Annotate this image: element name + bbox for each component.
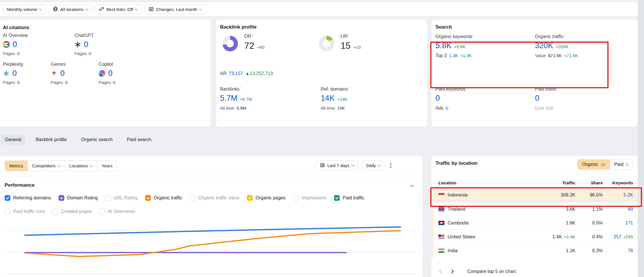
tab-paid-search[interactable]: Paid search bbox=[123, 134, 155, 145]
paid-toggle-button[interactable]: Paid0 bbox=[610, 160, 633, 169]
organic-toggle-button[interactable]: Organic90 bbox=[578, 160, 610, 169]
ads-label: Ads bbox=[435, 106, 444, 111]
previous-page-chevron-icon[interactable] bbox=[438, 269, 442, 274]
pages-count-link[interactable]: 0 bbox=[65, 80, 67, 85]
ai-citations-count-link[interactable]: 0 bbox=[13, 41, 17, 48]
metric-checkbox-paid-traffic-cost[interactable]: Paid traffic cost bbox=[5, 209, 45, 214]
metric-checkbox-label: Referring domains bbox=[13, 195, 51, 201]
report-tabs: General Backlink profile Organic search … bbox=[1, 134, 155, 145]
monthly-volume-filter-button[interactable]: Monthly volume bbox=[3, 4, 46, 14]
best-links-filter-label: Best links: Off bbox=[106, 7, 133, 12]
ai-citations-count-link[interactable]: 0 bbox=[84, 41, 88, 48]
unchecked-checkbox-icon[interactable] bbox=[52, 209, 58, 214]
metric-checkbox-domain-rating[interactable]: Domain Rating bbox=[59, 195, 98, 201]
top3-value-link[interactable]: 1.3K bbox=[449, 53, 458, 58]
info-icon bbox=[466, 86, 467, 89]
gemini-icon bbox=[51, 70, 57, 77]
tab-general[interactable]: General bbox=[1, 134, 25, 145]
paid-keywords-value-link[interactable]: 0 bbox=[435, 94, 440, 102]
collapse-chevron-up-icon[interactable] bbox=[410, 184, 415, 189]
unchecked-checkbox-icon[interactable] bbox=[293, 195, 299, 201]
ref-domains-value-link[interactable]: 14K bbox=[321, 94, 335, 102]
pages-count-link[interactable]: 0 bbox=[113, 80, 115, 85]
backlinks-value-link[interactable]: 5.7M bbox=[220, 94, 237, 102]
tab-organic-search[interactable]: Organic search bbox=[78, 134, 117, 145]
pages-label: Pages bbox=[99, 80, 111, 85]
changes-filter-button[interactable]: Changes: Last month bbox=[144, 4, 206, 14]
unchecked-checkbox-icon[interactable] bbox=[5, 209, 10, 214]
metric-checkbox-organic-traffic[interactable]: Organic traffic bbox=[145, 195, 182, 201]
metric-checkbox-impressions[interactable]: Impressions bbox=[293, 195, 326, 201]
keywords-link[interactable]: 76 bbox=[628, 248, 633, 253]
pages-count-link[interactable]: 0 bbox=[17, 51, 20, 56]
unchecked-checkbox-icon[interactable] bbox=[190, 195, 196, 201]
metric-checkbox-crawled-pages[interactable]: Crawled pages bbox=[52, 209, 92, 214]
info-icon bbox=[349, 33, 349, 36]
pages-count-link[interactable]: 0 bbox=[17, 80, 20, 85]
share-value: 1.1% bbox=[575, 207, 603, 212]
ai-citations-count-link[interactable]: 0 bbox=[60, 70, 65, 77]
info-icon bbox=[241, 86, 241, 89]
ai-citations-count-link[interactable]: 0 bbox=[108, 70, 112, 77]
checked-checkbox-icon[interactable] bbox=[5, 195, 10, 201]
granularity-button[interactable]: Daily bbox=[362, 160, 384, 170]
performance-panel: Metrics Competitors Locations Years Last… bbox=[0, 156, 423, 277]
metrics-segment[interactable]: Metrics bbox=[5, 161, 27, 171]
traffic-value: 1.1K bbox=[566, 248, 575, 253]
metric-checkbox-paid-traffic[interactable]: Paid traffic bbox=[334, 195, 364, 201]
column-traffic: Traffic bbox=[538, 180, 575, 185]
ar-value-link[interactable]: 73,157 bbox=[229, 71, 243, 76]
unchecked-checkbox-icon[interactable] bbox=[105, 195, 111, 201]
chevron-down-icon bbox=[58, 164, 61, 167]
more-options-kebab-icon[interactable] bbox=[388, 161, 393, 170]
tab-backlink-profile[interactable]: Backlink profile bbox=[32, 134, 71, 145]
ur-label: UR bbox=[341, 33, 361, 39]
location-row-thailand[interactable]: Thailand 3.6K 1.1% 69 bbox=[431, 202, 638, 216]
backlink-profile-panel: Backlink profile DR 72+60 AR 73,157 ▲13,… bbox=[216, 20, 427, 127]
location-name: United States bbox=[448, 234, 475, 239]
location-row-united-states[interactable]: United States 1.4K+1.4K 0.4% 257+255 bbox=[431, 230, 638, 244]
keywords-link[interactable]: 69 bbox=[628, 207, 633, 212]
locations-filter-button[interactable]: All locations bbox=[49, 4, 92, 14]
checked-checkbox-icon[interactable] bbox=[145, 195, 151, 201]
top3-label: Top 3 bbox=[435, 53, 447, 58]
organic-keywords-value-link[interactable]: 5.8K bbox=[435, 42, 452, 50]
location-row-indonesia[interactable]: Indonesia 309.2K 96.5% 5.2K bbox=[431, 188, 638, 202]
divider bbox=[431, 174, 638, 174]
ads-value-link[interactable]: 0 bbox=[446, 106, 448, 111]
best-links-filter-button[interactable]: Best links: Off bbox=[95, 4, 142, 14]
location-row-cambodia[interactable]: Cambodia 1.6K 0.5% 171 bbox=[431, 216, 638, 230]
date-range-button[interactable]: Last 7 days bbox=[316, 160, 358, 170]
compare-top5-button[interactable]: Compare top 5 on chart bbox=[467, 269, 516, 274]
page-scrollbar[interactable] bbox=[638, 0, 644, 277]
metric-checkbox-organic-traffic-value[interactable]: Organic traffic value bbox=[190, 195, 239, 201]
cost-value: N/A bbox=[546, 106, 553, 111]
checked-checkbox-icon[interactable] bbox=[247, 195, 253, 201]
alltime-value: 5.9M bbox=[236, 106, 246, 111]
paid-traffic-value-link[interactable]: 0 bbox=[535, 94, 539, 102]
checked-checkbox-icon[interactable] bbox=[334, 195, 340, 201]
unchecked-checkbox-icon[interactable] bbox=[99, 209, 105, 214]
organic-count: 90 bbox=[601, 162, 606, 167]
metric-checkbox-label: Paid traffic cost bbox=[13, 209, 45, 214]
keywords-link[interactable]: 257 bbox=[614, 234, 622, 239]
locations-segment[interactable]: Locations bbox=[65, 161, 97, 171]
organic-traffic-value-link[interactable]: 320K bbox=[535, 42, 553, 50]
ai-citations-count-link[interactable]: 0 bbox=[12, 70, 17, 77]
keywords-link[interactable]: 171 bbox=[625, 220, 633, 226]
years-segment[interactable]: Years bbox=[97, 161, 117, 171]
metric-checkbox-ai-overviews[interactable]: AI Overviews bbox=[99, 209, 135, 214]
checked-checkbox-icon[interactable] bbox=[59, 195, 64, 201]
location-row-india[interactable]: India 1.1K 0.3% 76 bbox=[431, 244, 638, 257]
traffic-value: 1.6K bbox=[566, 220, 575, 226]
url-rating-gauge bbox=[319, 36, 334, 51]
next-page-chevron-icon[interactable] bbox=[450, 269, 455, 274]
metric-checkbox-url-rating[interactable]: URL Rating bbox=[105, 195, 138, 201]
metric-checkbox-referring-domains[interactable]: Referring domains bbox=[5, 195, 51, 201]
changes-filter-label: Changes: Last month bbox=[156, 7, 197, 12]
keywords-link[interactable]: 5.2K bbox=[624, 192, 633, 198]
pages-count-link[interactable]: 0 bbox=[89, 51, 91, 56]
competitors-segment[interactable]: Competitors bbox=[27, 161, 65, 171]
performance-section-title: Performance bbox=[5, 182, 35, 188]
metric-checkbox-organic-pages[interactable]: Organic pages bbox=[247, 195, 286, 201]
